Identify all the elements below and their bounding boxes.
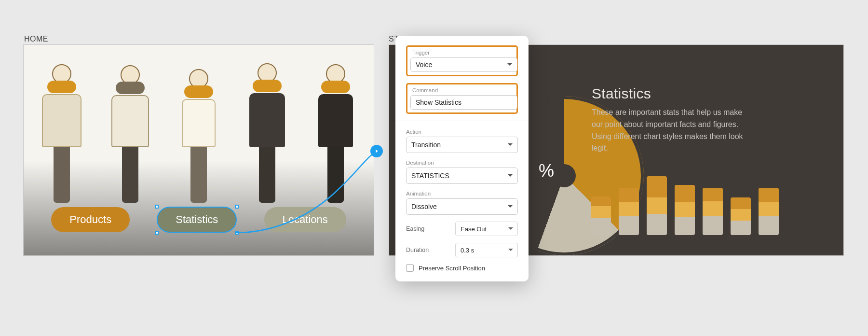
command-label: Command bbox=[412, 87, 512, 93]
bar-segment-mid bbox=[647, 197, 667, 214]
bar bbox=[619, 188, 639, 235]
preserve-scroll-checkbox[interactable] bbox=[406, 264, 414, 272]
animation-select[interactable]: Dissolve bbox=[406, 198, 518, 215]
animation-label: Animation bbox=[406, 191, 518, 196]
bar-segment-bottom bbox=[675, 217, 695, 235]
action-label: Action bbox=[406, 129, 518, 135]
bar bbox=[703, 188, 723, 235]
preserve-scroll-label: Preserve Scroll Position bbox=[419, 265, 485, 272]
statistics-heading: Statistics bbox=[592, 85, 651, 102]
duration-select[interactable]: 0.3 s bbox=[455, 243, 518, 257]
bar-segment-top bbox=[703, 188, 723, 201]
destination-select[interactable]: STATISTICS bbox=[406, 168, 518, 184]
pie-percent-icon: % bbox=[539, 161, 554, 181]
bar-segment-top bbox=[759, 188, 779, 202]
locations-label: Locations bbox=[283, 213, 328, 226]
bar-segment-top bbox=[647, 176, 667, 197]
figure-2 bbox=[104, 65, 157, 203]
statistics-label: Statistics bbox=[176, 213, 218, 226]
bar-segment-bottom bbox=[703, 216, 723, 235]
statistics-body: These are important stats that help us m… bbox=[592, 107, 751, 154]
easing-value: Ease Out bbox=[461, 225, 487, 233]
duration-label: Duration bbox=[406, 247, 429, 253]
selection-handle[interactable] bbox=[235, 231, 239, 235]
bar bbox=[591, 196, 611, 235]
bar-segment-top bbox=[619, 188, 639, 202]
easing-label: Easing bbox=[406, 225, 424, 232]
products-button[interactable]: Products bbox=[51, 207, 130, 232]
duration-value: 0.3 s bbox=[461, 247, 474, 254]
bar-segment-mid bbox=[591, 206, 611, 218]
bar bbox=[759, 188, 779, 235]
link-arrow-icon bbox=[374, 148, 380, 154]
action-select[interactable]: Transition bbox=[406, 137, 518, 153]
command-input[interactable]: Show Statistics bbox=[410, 95, 517, 110]
figure-4 bbox=[241, 63, 294, 203]
destination-value: STATISTICS bbox=[411, 172, 449, 180]
bar-segment-mid bbox=[703, 201, 723, 216]
locations-button[interactable]: Locations bbox=[264, 207, 346, 232]
figure-1 bbox=[35, 64, 88, 203]
figure-3 bbox=[172, 69, 225, 203]
trigger-value: Voice bbox=[416, 61, 432, 69]
bar-segment-bottom bbox=[759, 216, 779, 235]
divider bbox=[395, 121, 529, 121]
bar-segment-top bbox=[731, 197, 751, 209]
command-value: Show Statistics bbox=[416, 98, 461, 106]
bar-segment-bottom bbox=[647, 214, 667, 235]
artboard-label-home: HOME bbox=[24, 35, 48, 43]
figure-5 bbox=[309, 64, 362, 203]
bar bbox=[675, 185, 695, 235]
selection-handle[interactable] bbox=[155, 205, 159, 209]
bar bbox=[731, 197, 751, 235]
trigger-select[interactable]: Voice bbox=[410, 57, 517, 72]
bar-segment-mid bbox=[759, 202, 779, 216]
bar-segment-top bbox=[591, 196, 611, 206]
fashion-figures bbox=[24, 45, 374, 203]
link-destination-badge[interactable] bbox=[370, 145, 383, 157]
bar bbox=[647, 176, 667, 235]
bar-chart bbox=[591, 163, 779, 235]
easing-select[interactable]: Ease Out bbox=[455, 222, 518, 236]
animation-value: Dissolve bbox=[411, 203, 437, 210]
bar-segment-bottom bbox=[731, 221, 751, 235]
selection-handle[interactable] bbox=[155, 231, 159, 235]
artboard-home[interactable]: Products Statistics Locations bbox=[23, 44, 374, 256]
interaction-popover: Trigger Voice Command Show Statistics Ac… bbox=[395, 36, 529, 281]
action-value: Transition bbox=[411, 141, 441, 149]
bar-segment-mid bbox=[731, 209, 751, 221]
selection-handle[interactable] bbox=[235, 205, 239, 209]
products-label: Products bbox=[69, 213, 111, 226]
destination-label: Destination bbox=[406, 160, 518, 166]
bar-segment-mid bbox=[675, 202, 695, 217]
bar-segment-mid bbox=[619, 202, 639, 216]
bar-segment-top bbox=[675, 185, 695, 202]
trigger-label: Trigger bbox=[412, 50, 512, 56]
bar-segment-bottom bbox=[591, 218, 611, 235]
statistics-button[interactable]: Statistics bbox=[157, 207, 236, 232]
bar-segment-bottom bbox=[619, 216, 639, 235]
